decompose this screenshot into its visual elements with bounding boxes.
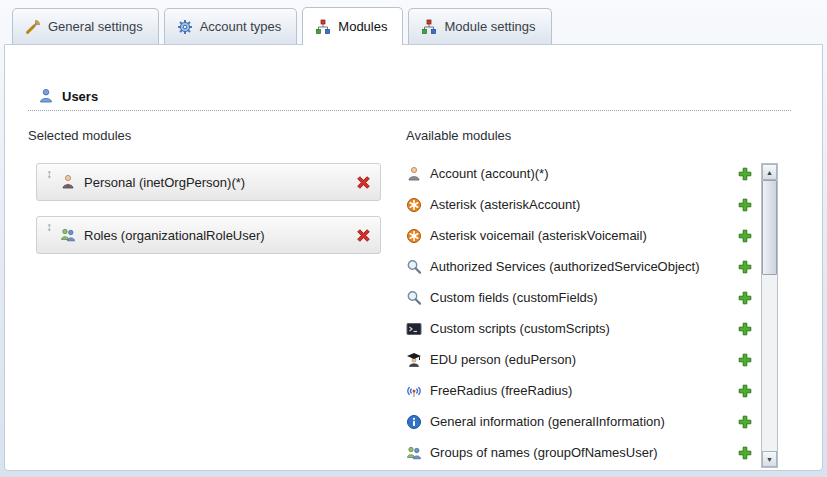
- scroll-down-button[interactable]: ▼: [762, 451, 777, 467]
- tab-account-types[interactable]: Account types: [164, 8, 298, 44]
- available-modules-scrollbar: ▲ ▼: [761, 163, 778, 468]
- group-icon: [406, 445, 422, 461]
- add-module-button[interactable]: [738, 353, 752, 367]
- info-icon: [406, 414, 422, 430]
- tab-label: Module settings: [444, 19, 535, 34]
- plus-icon: [738, 167, 752, 181]
- available-module-row: EDU person (eduPerson): [406, 344, 752, 375]
- module-label: Asterisk (asteriskAccount): [430, 197, 730, 212]
- gear-icon: [177, 19, 193, 35]
- tab-general-settings[interactable]: General settings: [12, 8, 159, 44]
- scroll-up-button[interactable]: ▲: [762, 164, 777, 180]
- graduate-icon: [406, 352, 422, 368]
- module-label: Custom scripts (customScripts): [430, 321, 730, 336]
- module-label: Account (account)(*): [430, 166, 730, 181]
- terminal-icon: [406, 321, 422, 337]
- add-module-button[interactable]: [738, 198, 752, 212]
- plus-icon: [738, 229, 752, 243]
- add-module-button[interactable]: [738, 384, 752, 398]
- module-settings-chart-icon: [421, 19, 437, 35]
- section-heading-users: Users: [38, 88, 98, 104]
- add-module-button[interactable]: [738, 167, 752, 181]
- selected-modules-heading: Selected modules: [28, 128, 131, 143]
- add-module-button[interactable]: [738, 229, 752, 243]
- radio-signal-icon: [406, 383, 422, 399]
- add-module-button[interactable]: [738, 415, 752, 429]
- asterisk-icon: [406, 197, 422, 213]
- add-module-button[interactable]: [738, 260, 752, 274]
- available-modules-heading: Available modules: [406, 128, 511, 143]
- delete-x-icon: [356, 175, 371, 190]
- available-module-row: Asterisk (asteriskAccount): [406, 189, 752, 220]
- tab-bar: General settings Account types: [12, 8, 552, 45]
- section-title: Users: [62, 89, 98, 104]
- account-person-icon: [406, 166, 422, 182]
- lam-configuration-page: General settings Account types: [0, 0, 827, 477]
- scrollbar-thumb[interactable]: [762, 180, 777, 275]
- add-module-button[interactable]: [738, 446, 752, 460]
- remove-module-button[interactable]: [356, 175, 371, 190]
- available-module-row: Asterisk voicemail (asteriskVoicemail): [406, 220, 752, 251]
- available-module-row: Groups of names (groupOfNamesUser): [406, 437, 752, 468]
- selected-module-item[interactable]: ↕ Personal (inetOrgPerson)(*): [36, 163, 381, 201]
- available-module-row: Custom scripts (customScripts): [406, 313, 752, 344]
- plus-icon: [738, 322, 752, 336]
- module-label: Roles (organizationalRoleUser): [84, 228, 348, 243]
- tab-label: Account types: [200, 19, 282, 34]
- plus-icon: [738, 415, 752, 429]
- module-label: EDU person (eduPerson): [430, 352, 730, 367]
- module-label: Custom fields (customFields): [430, 290, 730, 305]
- add-module-button[interactable]: [738, 322, 752, 336]
- plus-icon: [738, 198, 752, 212]
- plus-icon: [738, 353, 752, 367]
- tab-module-settings[interactable]: Module settings: [408, 8, 551, 44]
- available-module-row: Authorized Services (authorizedServiceOb…: [406, 251, 752, 282]
- module-label: Asterisk voicemail (asteriskVoicemail): [430, 228, 730, 243]
- personal-icon: [60, 174, 76, 190]
- user-icon: [38, 88, 54, 104]
- module-label: Groups of names (groupOfNamesUser): [430, 445, 730, 460]
- available-module-row: Account (account)(*): [406, 158, 752, 189]
- tab-modules[interactable]: Modules: [302, 7, 403, 45]
- modules-chart-icon: [315, 19, 331, 35]
- plus-icon: [738, 291, 752, 305]
- available-module-row: FreeRadius (freeRadius): [406, 375, 752, 406]
- roles-group-icon: [60, 227, 76, 243]
- selected-modules-list: ↕ Personal (inetOrgPerson)(*) ↕ Roles: [36, 163, 381, 269]
- selected-module-item[interactable]: ↕ Roles (organizationalRoleUser): [36, 216, 381, 254]
- plus-icon: [738, 384, 752, 398]
- plus-icon: [738, 446, 752, 460]
- plus-icon: [738, 260, 752, 274]
- module-label: FreeRadius (freeRadius): [430, 383, 730, 398]
- remove-module-button[interactable]: [356, 228, 371, 243]
- drag-handle-icon[interactable]: ↕: [46, 164, 52, 180]
- available-modules-list: Account (account)(*) Asterisk (asteriskA…: [406, 158, 752, 468]
- available-module-row: Custom fields (customFields): [406, 282, 752, 313]
- asterisk-icon: [406, 228, 422, 244]
- delete-x-icon: [356, 228, 371, 243]
- module-label: Personal (inetOrgPerson)(*): [84, 175, 348, 190]
- section-divider: [28, 110, 791, 111]
- scrollbar-track[interactable]: [762, 180, 777, 451]
- add-module-button[interactable]: [738, 291, 752, 305]
- magnifier-icon: [406, 290, 422, 306]
- module-label: General information (generalInformation): [430, 414, 730, 429]
- drag-handle-icon[interactable]: ↕: [46, 217, 52, 233]
- tools-icon: [25, 19, 41, 35]
- module-label: Authorized Services (authorizedServiceOb…: [430, 259, 730, 274]
- tab-label: General settings: [48, 19, 143, 34]
- available-module-row: General information (generalInformation): [406, 406, 752, 437]
- magnifier-icon: [406, 259, 422, 275]
- tab-label: Modules: [338, 19, 387, 34]
